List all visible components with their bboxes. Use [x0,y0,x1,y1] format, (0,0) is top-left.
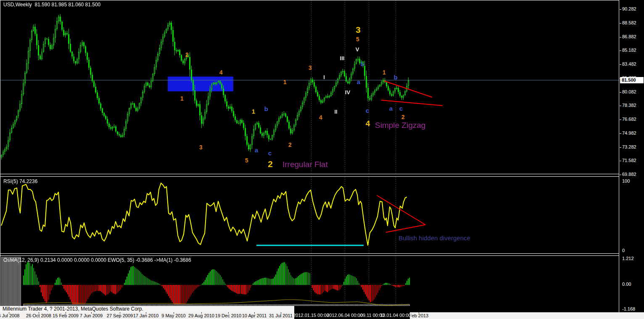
wave-label-4: 4 [366,120,370,128]
price-axis-label: 83.482 [622,61,636,66]
wave-label-2: 2 [185,52,189,58]
wave-label-2: 2 [268,160,273,168]
highlighted-dates-box: 2012.01.15 00:002012.06.04 00:00.09.11 0… [294,306,410,319]
date-label-highlighted: 2012.01.15 00:00 [293,313,329,318]
wave-label-V: V [356,47,359,52]
wave-label-c: c [366,107,369,114]
wave-label-1: 1 [383,69,386,75]
price-axis-label: 80.082 [622,89,636,94]
price-tick [620,23,621,24]
rsi-panel-bottom-border [0,253,644,254]
osma-scale-zero: 0.00 [622,282,631,287]
wave-label-a: a [389,105,393,112]
date-label: 19 Dec 2010 [215,313,241,318]
wave-label-1: 1 [283,79,287,85]
osma-panel-top-border [0,255,644,256]
wave-label-3: 3 [356,25,361,34]
price-tick [620,175,621,175]
copyright-text: Millennium Trader 4, ? 2001-2013, MetaQu… [0,306,294,312]
price-tick [620,161,621,161]
price-axis-label: 78.382 [622,103,636,108]
osma-indicator-label: OsMA(12, 26,9) 0.2134 0.0000 0.0000 0.00… [3,257,191,263]
wave-label-b: b [360,61,364,67]
date-label: 6 Jul 2008 [0,313,19,318]
rsi-scale-min: 0 [622,248,625,253]
date-label: 29 Aug 2010 [188,313,214,318]
date-label: Feb 2013 [409,313,428,318]
annotation-irregular-flat: Irregular Flat [282,160,328,169]
price-axis-label: 71.582 [622,158,636,163]
wave-label-a: a [255,147,258,153]
trading-terminal: USD,Weekly 81.590 81.985 81.060 81.500 R… [0,0,644,319]
wave-label-a: a [357,79,360,85]
wave-label-3: 3 [309,65,312,71]
date-label: 31 Jul 2011 [269,313,293,318]
date-label: 7 Jun 2009 [80,313,103,318]
price-tick [620,37,621,37]
price-tick [620,92,621,93]
price-axis: 81.500 90.28288.58286.88285.18283.48281.… [619,0,644,312]
date-label: 10 Apr 2011 [242,313,267,318]
chart-symbol: USD,Weekly [3,2,32,8]
main-panel-bottom-border [0,174,644,174]
price-tick [620,147,621,148]
price-axis-label: 85.182 [622,48,636,53]
window-left-border [0,0,0,312]
date-label: 27 Sep 2009 [107,313,133,318]
rsi-panel-canvas[interactable] [0,177,619,253]
window-top-border [0,0,644,0]
wave-label-III: III [340,56,345,61]
osma-panel-canvas[interactable] [0,255,619,312]
price-axis-label: 74.982 [622,130,636,136]
date-label-highlighted: 13.01.04 00:00 [380,313,411,318]
current-price-box: 81.500 [620,77,644,83]
annotation-simple-zigzag: Simple Zigzag [375,121,425,130]
price-tick [620,9,621,10]
main-chart-canvas[interactable] [0,0,619,174]
rsi-panel-top-border [0,176,644,177]
rsi-scale-max: 100 [622,178,630,183]
price-tick [620,106,621,106]
wave-label-5: 5 [245,157,248,163]
date-label: 15 Feb 2009 [53,313,79,318]
wave-label-c: c [268,150,272,156]
price-tick [620,51,621,51]
date-label: 17 Jan 2010 [133,313,159,318]
price-axis-label: 73.282 [622,144,636,149]
price-axis-label: 88.582 [622,20,636,25]
date-label-highlighted: 2012.06.04 00:00 [327,313,363,318]
price-axis-label: 90.282 [622,6,636,11]
rsi-indicator-label: RSI(5) 74.2236 [3,178,37,184]
chart-title: USD,Weekly 81.590 81.985 81.060 81.500 [3,2,100,8]
osma-scale-max: 1.212 [622,256,634,261]
osma-scale-min: -1.168 [622,306,635,311]
wave-label-2: 2 [288,142,292,148]
wave-label-IV: IV [345,90,350,95]
wave-label-b: b [264,106,268,112]
wave-label-1: 1 [180,96,184,101]
chart-ohlc-values: 81.590 81.985 81.060 81.500 [34,2,100,8]
wave-label-3: 3 [199,144,203,150]
copyright-bar: Millennium Trader 4, ? 2001-2013, MetaQu… [0,306,294,312]
price-axis-label: 76.682 [622,117,636,122]
annotation-bullish-divergence: Bullish hidden divergence [399,234,470,242]
wave-label-4: 4 [319,114,322,120]
date-label: 26 Oct 2008 [26,313,51,318]
price-tick [620,120,621,120]
wave-label-1: 1 [252,108,255,114]
wave-label-b: b [393,74,397,80]
wave-label-2: 2 [401,114,405,120]
date-label: 9 May 2010 [161,313,185,318]
wave-label-c: c [399,105,403,112]
wave-label-I: I [323,74,325,80]
wave-label-II: II [334,109,337,114]
price-tick [620,133,621,134]
wave-label-4: 4 [219,69,223,75]
wave-label-5: 5 [356,36,359,42]
price-axis-label: 86.882 [622,34,636,39]
price-tick [620,64,621,65]
price-axis-label: 69.882 [622,172,636,177]
